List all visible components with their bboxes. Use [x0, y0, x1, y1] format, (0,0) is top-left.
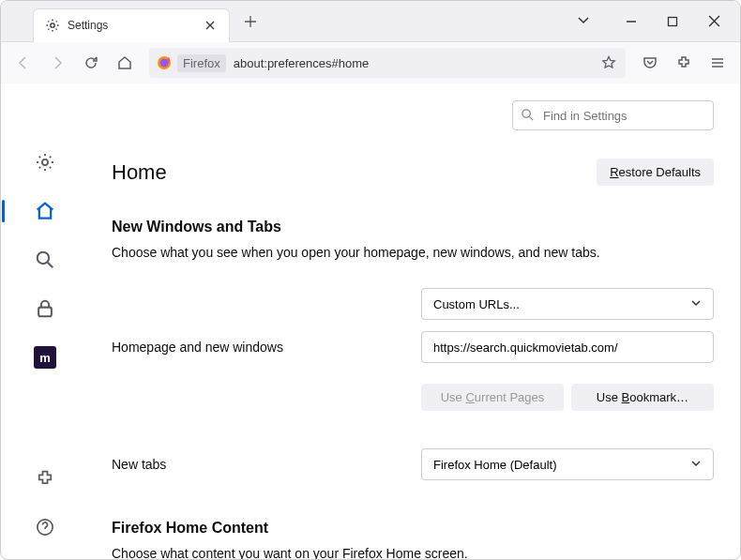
- svg-rect-6: [38, 308, 52, 317]
- use-bookmark-button[interactable]: Use Bookmark…: [571, 384, 714, 411]
- sidebar-item-search[interactable]: [30, 245, 60, 275]
- newtabs-select[interactable]: Firefox Home (Default): [421, 448, 714, 480]
- homepage-url-input[interactable]: [421, 331, 714, 363]
- section-title: New Windows and Tabs: [112, 219, 714, 235]
- settings-main: Home RRestore Defaultsestore Defaults Ne…: [89, 83, 740, 559]
- page-title: Home: [112, 160, 167, 185]
- section-desc: Choose what content you want on your Fir…: [112, 546, 714, 559]
- url-text: about:preferences#home: [234, 56, 592, 70]
- url-bar[interactable]: Firefox about:preferences#home: [149, 48, 626, 78]
- use-current-pages-button[interactable]: Use Current Pages: [421, 384, 564, 411]
- chevron-down-icon: [690, 297, 702, 311]
- bookmark-star-icon[interactable]: [599, 53, 618, 72]
- svg-point-4: [42, 159, 48, 165]
- newtabs-label: New tabs: [112, 457, 421, 472]
- find-in-settings-input[interactable]: [512, 100, 714, 130]
- restore-defaults-button[interactable]: RRestore Defaultsestore Defaults: [597, 159, 714, 186]
- url-protocol-label: Firefox: [177, 54, 226, 72]
- section-desc: Choose what you see when you open your h…: [112, 245, 714, 260]
- select-value: Custom URLs...: [433, 297, 520, 311]
- search-icon: [521, 108, 535, 126]
- tabs-dropdown-icon[interactable]: [577, 13, 590, 30]
- homepage-label: Homepage and new windows: [112, 340, 421, 355]
- new-tab-button[interactable]: [237, 8, 264, 35]
- back-button[interactable]: [8, 48, 38, 78]
- sidebar-item-sync[interactable]: m: [30, 342, 60, 372]
- browser-tab[interactable]: Settings: [33, 8, 230, 42]
- minimize-button[interactable]: [624, 14, 639, 29]
- toolbar: Firefox about:preferences#home: [1, 42, 740, 83]
- select-value: Firefox Home (Default): [433, 458, 556, 472]
- sidebar-item-privacy[interactable]: [30, 294, 60, 324]
- pocket-button[interactable]: [635, 48, 665, 78]
- svg-point-5: [38, 252, 49, 264]
- section-title: Firefox Home Content: [112, 520, 714, 537]
- close-icon[interactable]: [203, 18, 218, 33]
- settings-sidebar: m: [1, 83, 89, 559]
- app-menu-button[interactable]: [703, 48, 733, 78]
- titlebar: Settings: [1, 1, 740, 42]
- svg-point-0: [51, 23, 54, 27]
- gear-icon: [45, 18, 60, 33]
- tab-title: Settings: [68, 19, 195, 32]
- homepage-mode-select[interactable]: Custom URLs...: [421, 288, 714, 320]
- maximize-button[interactable]: [665, 14, 680, 29]
- home-button[interactable]: [110, 48, 140, 78]
- mozilla-icon: m: [34, 346, 56, 369]
- extensions-button[interactable]: [669, 48, 699, 78]
- sidebar-item-home[interactable]: [30, 196, 60, 226]
- chevron-down-icon: [690, 458, 702, 472]
- svg-point-8: [522, 110, 530, 117]
- reload-button[interactable]: [76, 48, 106, 78]
- site-identity[interactable]: Firefox: [157, 54, 226, 72]
- firefox-logo-icon: [157, 55, 172, 70]
- sidebar-item-help[interactable]: [30, 512, 60, 542]
- sidebar-item-general[interactable]: [30, 147, 60, 177]
- svg-rect-1: [669, 17, 677, 25]
- forward-button[interactable]: [42, 48, 72, 78]
- sidebar-item-extensions[interactable]: [30, 463, 60, 493]
- close-window-button[interactable]: [706, 14, 721, 29]
